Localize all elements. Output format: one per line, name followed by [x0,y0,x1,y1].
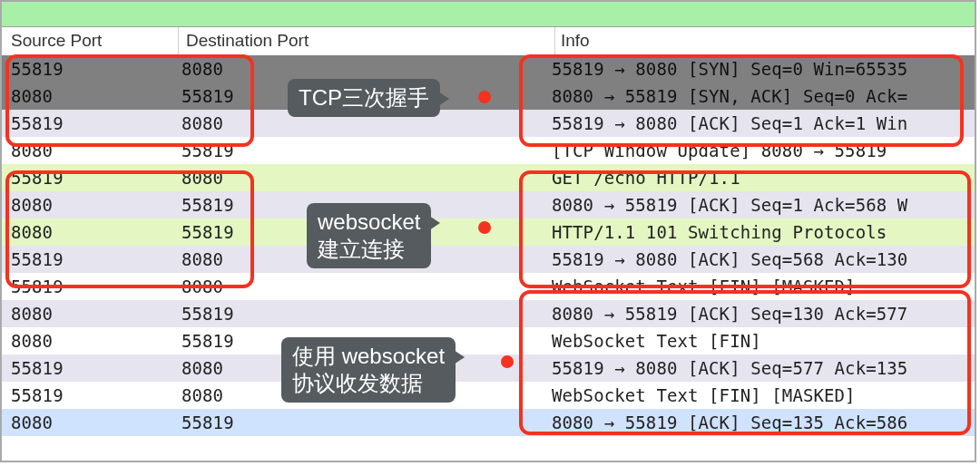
cell-info: WebSocket Text [FIN] [550,331,975,351]
cell-source-port: 55819 [2,385,178,405]
table-row[interactable]: 55819808055819 → 8080 [SYN] Seq=0 Win=65… [2,55,975,83]
table-row[interactable]: 55819808055819 → 8080 [ACK] Seq=1 Ack=1 … [2,110,975,137]
cell-source-port: 55819 [2,277,178,296]
cell-info: WebSocket Text [FIN] [MASKED] [550,277,975,296]
cell-info: 55819 → 8080 [ACK] Seq=577 Ack=135 [550,358,975,378]
cell-info: 55819 → 8080 [ACK] Seq=568 Ack=130 [550,249,975,269]
cell-source-port: 8080 [2,413,178,432]
cell-source-port: 8080 [2,304,178,324]
cell-dest-port: 55819 [178,413,550,432]
table-row[interactable]: 8080558198080 → 55819 [ACK] Seq=1 Ack=56… [2,191,975,218]
callout-tcp-handshake: TCP三次握手 [288,79,440,117]
packet-rows: 55819808055819 → 8080 [SYN] Seq=0 Win=65… [2,55,975,436]
header-divider [178,27,179,54]
cell-source-port: 55819 [2,59,178,79]
cell-info: 8080 → 55819 [ACK] Seq=135 Ack=586 [550,413,975,432]
cell-dest-port: 55819 [178,304,550,324]
header-source-port[interactable]: Source Port [2,31,178,51]
cell-dest-port: 55819 [178,141,550,160]
cell-source-port: 8080 [2,141,178,160]
dot-data [501,355,514,368]
dot-ws [478,221,491,234]
cell-source-port: 8080 [2,195,178,215]
header-divider [554,27,555,54]
cell-info: 55819 → 8080 [SYN] Seq=0 Win=65535 [550,59,975,79]
cell-source-port: 55819 [2,168,178,188]
cell-info: 8080 → 55819 [ACK] Seq=1 Ack=568 W [550,195,975,215]
table-row[interactable]: 558198080WebSocket Text [FIN] [MASKED] [2,273,975,300]
cell-source-port: 55819 [2,358,178,378]
cell-dest-port: 8080 [178,277,550,296]
cell-info: 8080 → 55819 [SYN, ACK] Seq=0 Ack= [550,86,975,106]
header-info[interactable]: Info [559,31,975,51]
table-row[interactable]: 8080558198080 → 55819 [ACK] Seq=135 Ack=… [2,409,975,436]
callout-websocket-data: 使用 websocket 协议收发数据 [281,337,456,403]
table-row[interactable]: 558198080WebSocket Text [FIN] [MASKED] [2,382,975,409]
cell-info: WebSocket Text [FIN] [MASKED] [550,385,975,405]
cell-source-port: 8080 [2,331,178,351]
dot-tcp [478,91,491,103]
table-row[interactable]: 808055819[TCP Window Update] 8080 → 5581… [2,137,975,164]
cell-source-port: 8080 [2,86,178,106]
table-row[interactable]: 558198080GET /echo HTTP/1.1 [2,164,975,191]
table-row[interactable]: 55819808055819 → 8080 [ACK] Seq=577 Ack=… [2,354,975,382]
cell-source-port: 55819 [2,113,178,133]
cell-info: 55819 → 8080 [ACK] Seq=1 Ack=1 Win [550,113,975,133]
callout-websocket-connect: websocket 建立连接 [307,203,431,268]
header-dest-port[interactable]: Destination Port [182,31,554,51]
toolbar-greenbar [2,2,975,27]
cell-source-port: 55819 [2,249,178,269]
cell-info: HTTP/1.1 101 Switching Protocols [550,222,975,242]
cell-info: GET /echo HTTP/1.1 [550,168,975,188]
cell-info: 8080 → 55819 [ACK] Seq=130 Ack=577 [550,304,975,324]
cell-info: [TCP Window Update] 8080 → 55819 [550,141,975,160]
table-row[interactable]: 808055819WebSocket Text [FIN] [2,327,975,354]
column-headers: Source Port Destination Port Info [2,27,975,55]
table-row[interactable]: 8080558198080 → 55819 [ACK] Seq=130 Ack=… [2,300,975,327]
cell-dest-port: 8080 [178,59,550,79]
table-row[interactable]: 55819808055819 → 8080 [ACK] Seq=568 Ack=… [2,246,975,273]
cell-dest-port: 8080 [178,168,550,188]
packet-table-frame: Source Port Destination Port Info 558198… [0,0,976,462]
cell-source-port: 8080 [2,222,178,242]
